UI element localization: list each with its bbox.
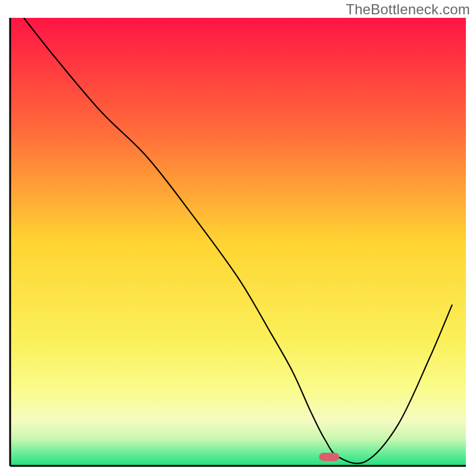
optimal-marker (319, 453, 339, 461)
watermark-text: TheBottleneck.com (346, 1, 470, 18)
bottleneck-chart (0, 0, 476, 476)
chart-container: TheBottleneck.com (0, 0, 476, 476)
